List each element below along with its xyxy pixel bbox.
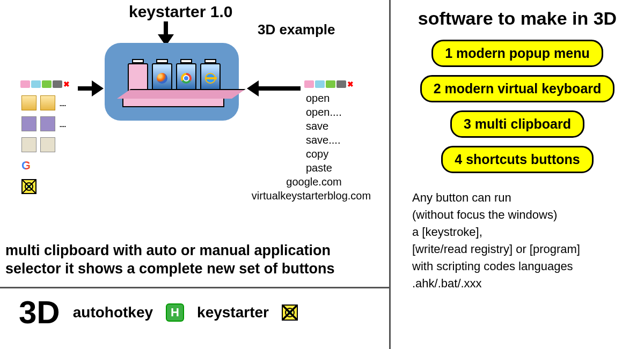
copy-icon: [21, 137, 36, 152]
desc-line: with scripting codes languages: [412, 258, 633, 275]
footer-3d-label: 3D: [19, 294, 60, 331]
action-item: paste: [306, 161, 386, 175]
selector-bar-left: ✖: [20, 80, 70, 88]
action-item: save: [306, 119, 386, 133]
action-item: open: [306, 91, 386, 105]
action-list: open open.... save save.... copy paste g…: [306, 91, 386, 203]
save-icon: [40, 116, 55, 131]
close-icon: ✖: [347, 80, 354, 88]
dots-icon: ....: [59, 98, 75, 109]
action-item: copy: [306, 147, 386, 161]
autohotkey-icon: H: [166, 303, 184, 322]
desc-line: Any button can run: [412, 189, 633, 206]
open-icon: [21, 95, 36, 110]
clipboard-icon-grid: .... .... G: [21, 94, 75, 196]
keystarter-icon: [282, 305, 298, 321]
footer-ks-label: keystarter: [197, 304, 269, 321]
action-item: google.com: [274, 175, 354, 189]
description-text: multi clipboard with auto or manual appl…: [5, 241, 381, 278]
action-item: open....: [306, 105, 386, 119]
right-panel: software to make in 3D 1 modern popup me…: [389, 0, 644, 349]
feature-pill: 1 modern popup menu: [431, 40, 603, 67]
desc-line: a [keystroke],: [412, 224, 633, 241]
selector-bar-right: ✖: [304, 80, 354, 88]
google-icon: G: [21, 159, 38, 173]
feature-pill: 3 multi clipboard: [450, 110, 584, 138]
feature-pill: 4 shortcuts buttons: [441, 146, 593, 173]
arrow-left-icon: [247, 80, 301, 96]
left-panel: keystarter 1.0 3D example ✖ ✖ .... .... …: [0, 0, 389, 349]
action-item: save....: [306, 133, 386, 147]
desc-line: [write/read registry] or [program]: [412, 241, 633, 258]
footer: 3D autohotkey H keystarter: [0, 294, 389, 331]
right-title: software to make in 3D: [401, 8, 633, 29]
action-item: virtualkeystarterblog.com: [236, 189, 386, 203]
footer-ahk-label: autohotkey: [73, 304, 153, 321]
paste-icon: [40, 137, 55, 152]
divider: [0, 287, 389, 288]
title: keystarter 1.0: [129, 3, 232, 21]
tray-base: [122, 96, 224, 107]
feature-pill: 2 modern virtual keyboard: [420, 75, 615, 102]
close-icon: ✖: [63, 80, 70, 88]
open-icon: [40, 95, 55, 110]
keystarter-icon: [21, 179, 36, 194]
arrow-down-icon: [158, 21, 174, 46]
desc-line: (without focus the windows): [412, 206, 633, 224]
desc-line: .ahk/.bat/.xxx: [412, 275, 633, 292]
right-description: Any button can run (without focus the wi…: [401, 189, 633, 292]
example-label: 3D example: [258, 21, 335, 38]
arrow-right-icon: [78, 80, 105, 96]
dots-icon: ....: [59, 118, 75, 130]
save-icon: [21, 116, 36, 131]
